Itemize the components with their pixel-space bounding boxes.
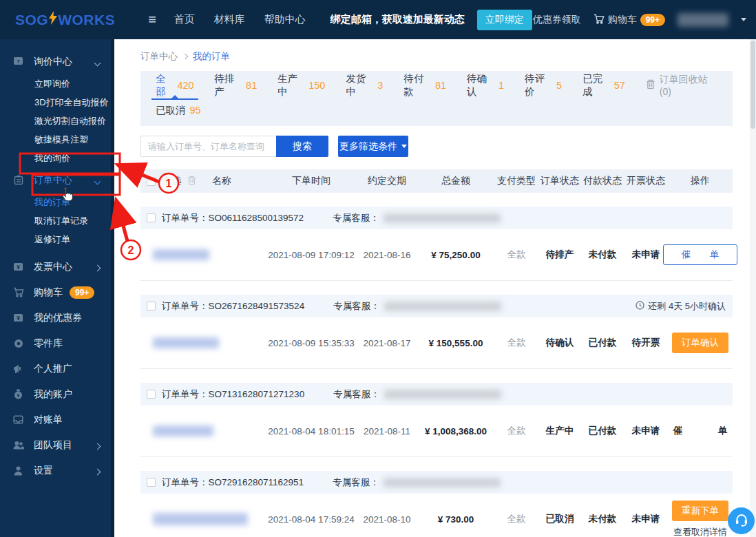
column-payment-status: 付款状态 [581,175,624,187]
nav-help-center[interactable]: 帮助中心 [264,13,306,26]
bind-email-notice: 绑定邮箱，获取速加最新动态 [330,13,465,26]
breadcrumb-separator-icon [182,54,188,59]
scrollbar-thumb[interactable] [750,41,755,129]
main-content: 订单中心 我的订单 全部420 待排产81 生产中150 发货中3 待付款81 … [118,39,749,537]
invoice-status: 未申请 [624,249,668,261]
sidebar-item-settings[interactable]: 设置 [0,458,111,483]
sidebar-item-repair-orders[interactable]: 返修订单 [0,230,111,249]
coupon-claim-link[interactable]: 优惠券领取 [533,14,581,26]
search-button[interactable]: 搜索 [276,136,328,157]
tab-pending-review[interactable]: 待评价5 [525,71,562,100]
tab-in-production[interactable]: 生产中150 [277,71,325,100]
sidebar-item-cancelled-order-records[interactable]: 取消订单记录 [0,211,111,230]
clipboard-icon [12,175,24,185]
select-all-checkbox[interactable] [147,177,156,186]
order-status: 待确认 [538,337,581,349]
sidebar-item-parts-library[interactable]: 零件库 [0,330,111,356]
payment-status: 未付款 [581,249,624,261]
sidebar-item-3d-print-quote[interactable]: 3D打印全自动报价 [0,93,111,112]
breadcrumb: 订单中心 我的订单 [140,50,733,63]
sidebar-item-my-coupons[interactable]: ¥ 我的优惠券 [0,305,111,330]
svg-text:¥: ¥ [17,315,20,322]
nav-home[interactable]: 首页 [174,13,195,26]
tab-shipping[interactable]: 发货中3 [346,71,383,100]
chevron-down-icon [95,175,100,186]
breadcrumb-my-orders: 我的订单 [193,50,230,63]
chevron-right-icon [95,440,100,451]
order-row[interactable]: 2021-08-04 17:59:24 2021-08-10 ¥ 730.00 … [140,494,733,537]
order-checkbox[interactable] [147,390,156,399]
urge-order-button[interactable]: 催 单 [663,244,738,265]
logo-text-left: SOG [15,12,48,28]
urge-order-text[interactable]: 催 单 [657,425,744,437]
column-delivery-date: 约定交期 [357,175,417,187]
user-account-blurred[interactable] [678,13,728,27]
filters-caret-icon [401,145,407,148]
sidebar-item-order-center[interactable]: 订单中心 [0,167,111,193]
sidebar-item-agile-mold[interactable]: 敏捷模具注塑 [0,130,111,149]
sidebar-item-my-inquiries[interactable]: 我的询价 [0,149,111,167]
bind-now-button[interactable]: 立即绑定 [477,10,532,30]
customer-service-blurred [384,478,501,487]
inbox-statement-icon [12,415,24,424]
column-invoice-status: 开票状态 [624,175,668,187]
order-row[interactable]: 2021-08-09 15:35:33 2021-08-17 ¥ 150,555… [140,317,733,369]
order-time: 2021-08-09 15:35:33 [266,338,357,348]
tab-cancelled[interactable]: 已取消95 [156,100,201,120]
logo-text-right: WORKS [58,12,115,28]
view-cancel-details-link[interactable]: 查看取消详情 [673,526,727,537]
order-checkbox[interactable] [147,213,156,222]
order-search-input[interactable] [140,136,276,157]
trash-icon[interactable] [187,176,196,187]
sidebar-item-invoice-center[interactable]: ¥ 发票中心 [0,254,111,280]
order-row[interactable]: 2021-08-09 17:09:12 2021-08-16 ¥ 75,250.… [140,229,733,281]
order-group: 订单单号：SO7291628071162951 专属客服： 2021-08-04… [140,471,733,537]
sidebar-item-inquiry-center[interactable]: ? 询价中心 [0,49,111,74]
user-dropdown-caret-icon[interactable] [741,18,746,21]
nut-gear-icon [12,339,24,348]
more-filters-button[interactable]: 更多筛选条件 [338,136,408,157]
sidebar-item-cart[interactable]: 购物车 99+ [0,280,111,305]
order-group-header: 订单单号：SO2671628491573524 专属客服： 还剩 4天 5小时确… [140,295,733,317]
person-settings-icon [12,466,24,476]
tab-all[interactable]: 全部420 [156,71,194,100]
invoice-status: 未申请 [624,513,668,525]
chevron-right-icon [95,262,100,273]
nav-materials[interactable]: 材料库 [214,13,245,26]
tab-pending-confirmation[interactable]: 待确认1 [467,71,504,100]
sidebar-item-statement[interactable]: 对账单 [0,407,111,432]
confirm-order-button[interactable]: 订单确认 [672,333,728,353]
order-recycle-bin[interactable]: 订单回收站 (0) [646,74,717,97]
tab-pending-scheduling[interactable]: 待排产81 [215,71,258,100]
menu-hamburger-icon[interactable]: ≡ [148,12,156,28]
tabs-row-2: 已取消95 [156,100,717,120]
reorder-button[interactable]: 重新下单 [672,501,728,521]
order-checkbox[interactable] [147,302,156,310]
chevron-right-icon [95,465,100,476]
payment-type: 全款 [494,249,538,261]
payment-type: 全款 [494,337,538,349]
topbar-cart[interactable]: 购物车 99+ [594,14,665,26]
sogaworks-logo[interactable]: SOG WORKS [15,11,115,28]
tab-completed[interactable]: 已完成57 [582,71,625,100]
order-row[interactable]: 2021-08-04 18:01:15 2021-08-11 ¥ 1,008,3… [140,406,733,457]
customer-support-chat-button[interactable] [728,507,755,534]
sidebar-item-inquire-now[interactable]: 立即询价 [0,74,111,93]
sidebar-item-laser-cut-quote[interactable]: 激光切割自动报价 [0,112,111,130]
sidebar-item-personal-promotion[interactable]: 个人推广 [0,356,111,381]
confirmation-countdown: 还剩 4天 5小时确认 [636,300,726,313]
sidebar-item-my-account[interactable]: ¥ 我的账户 [0,381,111,407]
order-checkbox[interactable] [147,478,156,487]
clock-icon [636,301,644,312]
order-number: SO7131628071271230 [209,389,305,399]
sidebar-cart-count-badge: 99+ [70,286,94,299]
tab-pending-payment[interactable]: 待付款81 [403,71,446,100]
delivery-date: 2021-08-17 [357,338,417,348]
sidebar-item-team-projects[interactable]: 团队项目 [0,432,111,458]
team-people-icon [12,441,24,450]
page-scrollbar[interactable] [750,39,756,537]
breadcrumb-order-center[interactable]: 订单中心 [140,50,178,63]
sidebar-item-my-orders[interactable]: 我的订单 [0,193,111,211]
search-row: 搜索 更多筛选条件 [140,136,733,157]
total-amount: ¥ 150,555.00 [417,338,494,348]
